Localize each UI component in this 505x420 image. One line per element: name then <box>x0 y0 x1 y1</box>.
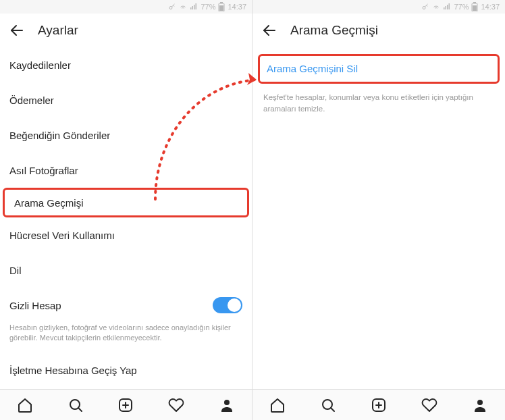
clock: 14:37 <box>481 3 500 11</box>
svg-point-15 <box>423 7 425 9</box>
nav-home-icon[interactable] <box>11 392 38 419</box>
page-title: Ayarlar <box>38 23 78 38</box>
svg-rect-6 <box>220 2 223 3</box>
search-history-content: Arama Geçmişini Sil Keşfet'te hesaplar, … <box>252 47 505 389</box>
svg-line-25 <box>331 408 334 411</box>
screen-settings: 77% 14:37 Ayarlar Kaydedilenler Ödemeler… <box>0 0 252 420</box>
row-label: Hücresel Veri Kullanımı <box>9 230 115 241</box>
row-payments[interactable]: Ödemeler <box>0 82 252 117</box>
statusbar: 77% 14:37 <box>0 0 252 14</box>
row-cellular-data[interactable]: Hücresel Veri Kullanımı <box>0 217 252 253</box>
private-footnote: Hesabın gizliyken, fotoğraf ve videoları… <box>0 323 252 353</box>
toggle-knob <box>228 298 241 312</box>
row-label: Asıl Fotoğraflar <box>9 165 78 176</box>
svg-rect-3 <box>194 5 195 9</box>
row-language[interactable]: Dil <box>0 253 252 288</box>
svg-point-14 <box>224 400 230 405</box>
svg-rect-22 <box>473 5 477 11</box>
clear-search-history-desc: Keşfet'te hesaplar, konumlar veya konu e… <box>252 89 505 115</box>
svg-point-0 <box>169 7 172 9</box>
signal-icon <box>443 3 451 11</box>
row-label: Gizli Hesap <box>9 300 61 311</box>
svg-point-29 <box>477 400 483 405</box>
battery-icon <box>218 2 225 11</box>
private-toggle[interactable] <box>213 297 242 313</box>
back-arrow-icon[interactable] <box>8 22 26 39</box>
clear-search-history-row[interactable]: Arama Geçmişini Sil <box>258 54 500 84</box>
svg-rect-7 <box>219 5 223 11</box>
battery-pct: 77% <box>454 3 469 11</box>
svg-rect-16 <box>444 7 445 9</box>
page-title: Arama Geçmişi <box>290 23 378 38</box>
svg-rect-17 <box>446 6 447 9</box>
row-search-history[interactable]: Arama Geçmişi <box>3 188 249 217</box>
svg-rect-2 <box>192 6 194 9</box>
nav-activity-icon[interactable] <box>416 392 443 419</box>
nav-profile-icon[interactable] <box>213 392 240 419</box>
clock: 14:37 <box>228 3 246 11</box>
svg-rect-4 <box>196 3 197 9</box>
row-saved[interactable]: Kaydedilenler <box>0 47 252 82</box>
row-label: İşletme Hesabına Geçiş Yap <box>9 365 137 376</box>
header: Arama Geçmişi <box>252 14 505 47</box>
header: Ayarlar <box>0 14 252 47</box>
battery-icon <box>471 2 478 11</box>
nav-add-icon[interactable] <box>365 392 392 419</box>
nav-search-icon[interactable] <box>315 392 342 419</box>
svg-rect-21 <box>473 2 476 3</box>
nav-profile-icon[interactable] <box>467 392 494 419</box>
row-label: Kaydedilenler <box>9 59 71 71</box>
row-label: Ödemeler <box>9 95 54 106</box>
row-liked-posts[interactable]: Beğendiğin Gönderiler <box>0 117 252 153</box>
settings-list: Kaydedilenler Ödemeler Beğendiğin Gönder… <box>0 47 252 389</box>
svg-rect-1 <box>190 7 192 9</box>
row-private-account[interactable]: Gizli Hesap <box>0 288 252 323</box>
row-label: Dil <box>9 265 22 276</box>
row-label: Beğendiğin Gönderiler <box>9 130 110 141</box>
key-icon <box>168 3 176 11</box>
battery-pct: 77% <box>201 3 215 11</box>
svg-rect-19 <box>449 3 450 9</box>
row-label: Arama Geçmişi <box>14 197 84 209</box>
wifi-icon <box>432 3 440 11</box>
wifi-icon <box>179 3 187 11</box>
svg-line-10 <box>78 408 82 411</box>
row-original-photos[interactable]: Asıl Fotoğraflar <box>0 153 252 188</box>
back-arrow-icon[interactable] <box>261 22 278 39</box>
screen-search-history: 77% 14:37 Arama Geçmişi Arama Geçmişini … <box>252 0 505 420</box>
key-icon <box>421 3 429 11</box>
bottom-nav <box>0 389 252 420</box>
nav-home-icon[interactable] <box>264 392 291 419</box>
signal-icon <box>190 3 198 11</box>
row-business-account[interactable]: İşletme Hesabına Geçiş Yap <box>0 353 252 388</box>
clear-search-history-label: Arama Geçmişini Sil <box>267 63 358 74</box>
statusbar: 77% 14:37 <box>252 0 505 14</box>
bottom-nav <box>252 389 505 420</box>
nav-add-icon[interactable] <box>112 392 139 419</box>
nav-search-icon[interactable] <box>62 392 89 419</box>
nav-activity-icon[interactable] <box>163 392 190 419</box>
svg-rect-18 <box>447 5 448 9</box>
